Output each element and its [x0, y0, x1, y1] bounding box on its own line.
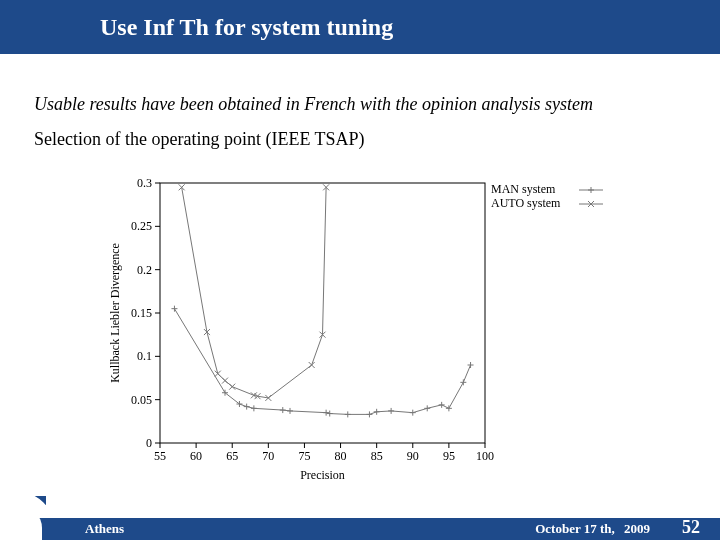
svg-text:0.25: 0.25	[131, 219, 152, 233]
body-line-1: Usable results have been obtained in Fre…	[34, 94, 686, 115]
footer-date: October 17 th, 2009	[535, 521, 650, 537]
footer-date-text: October 17 th,	[535, 521, 615, 536]
svg-text:0.2: 0.2	[137, 263, 152, 277]
svg-text:0.3: 0.3	[137, 176, 152, 190]
body-line-2: Selection of the operating point (IEEE T…	[34, 129, 686, 150]
svg-text:90: 90	[407, 449, 419, 463]
svg-rect-0	[160, 183, 485, 443]
page-number: 52	[682, 517, 700, 538]
footer-year: 2009	[624, 521, 650, 536]
svg-text:80: 80	[335, 449, 347, 463]
svg-text:0: 0	[146, 436, 152, 450]
svg-text:65: 65	[226, 449, 238, 463]
svg-text:0.1: 0.1	[137, 349, 152, 363]
title-band: Use Inf Th for system tuning	[0, 0, 720, 54]
slide: Use Inf Th for system tuning Usable resu…	[0, 0, 720, 540]
logo-arc-icon	[8, 496, 46, 538]
svg-text:AUTO system: AUTO system	[491, 196, 561, 210]
svg-text:MAN system: MAN system	[491, 182, 556, 196]
slide-title: Use Inf Th for system tuning	[100, 14, 393, 41]
svg-text:0.05: 0.05	[131, 393, 152, 407]
svg-text:55: 55	[154, 449, 166, 463]
footer: Athens October 17 th, 2009 52	[0, 506, 720, 540]
svg-text:100: 100	[476, 449, 494, 463]
svg-text:60: 60	[190, 449, 202, 463]
chart-svg: 55606570758085909510000.050.10.150.20.25…	[105, 173, 625, 483]
footer-location: Athens	[85, 521, 124, 537]
svg-text:Kullback Liebler Divergence: Kullback Liebler Divergence	[108, 243, 122, 383]
svg-text:Precision: Precision	[300, 468, 345, 482]
chart: 55606570758085909510000.050.10.150.20.25…	[105, 173, 625, 483]
svg-text:0.15: 0.15	[131, 306, 152, 320]
svg-text:95: 95	[443, 449, 455, 463]
svg-text:85: 85	[371, 449, 383, 463]
svg-text:70: 70	[262, 449, 274, 463]
svg-text:75: 75	[298, 449, 310, 463]
slide-body: Usable results have been obtained in Fre…	[34, 94, 686, 150]
